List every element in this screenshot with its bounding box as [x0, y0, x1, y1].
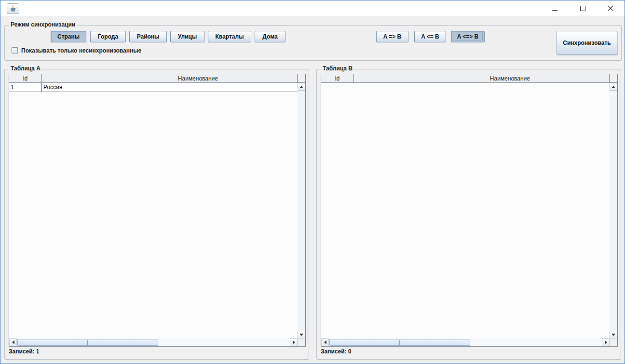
- table-b-body[interactable]: [321, 83, 610, 338]
- close-button[interactable]: [597, 0, 625, 16]
- arrow-right-icon: [605, 340, 607, 344]
- table-a-header: id Наименование: [9, 74, 305, 83]
- table-a-header-corner: [298, 74, 305, 83]
- direction-button-both[interactable]: A <=> B: [451, 31, 485, 42]
- scroll-right-button[interactable]: [602, 338, 610, 346]
- arrow-right-icon: [293, 340, 295, 344]
- cell-id: 1: [9, 83, 42, 92]
- scroll-down-button[interactable]: [610, 331, 617, 338]
- content-area: Режим синхронизации Страны Города Районы…: [0, 16, 625, 364]
- arrow-down-icon: [611, 334, 615, 336]
- minimize-icon: [552, 10, 557, 11]
- maximize-icon: [580, 6, 585, 11]
- title-bar: [0, 0, 625, 16]
- scroll-down-button[interactable]: [298, 331, 305, 338]
- entity-button-rayony[interactable]: Районы: [129, 31, 167, 42]
- window-controls: [541, 0, 625, 16]
- arrow-left-icon: [12, 340, 14, 344]
- show-unsynced-checkbox[interactable]: Показывать только несинхронизованные: [12, 47, 141, 54]
- table-b-horizontal-scrollbar[interactable]: [321, 338, 610, 346]
- table-a-header-id[interactable]: id: [9, 74, 42, 83]
- scroll-left-button[interactable]: [321, 338, 329, 346]
- scroll-right-button[interactable]: [290, 338, 298, 346]
- arrow-left-icon: [324, 340, 326, 344]
- thumb-grip-icon: [398, 340, 402, 345]
- arrow-down-icon: [299, 334, 303, 336]
- app-window: Режим синхронизации Страны Города Районы…: [0, 0, 625, 364]
- scroll-up-button[interactable]: [610, 83, 617, 91]
- table-a-body[interactable]: 1Россия: [9, 83, 298, 338]
- checkbox-label: Показывать только несинхронизованные: [21, 47, 141, 54]
- scrollbar-thumb[interactable]: [17, 339, 158, 346]
- direction-button-b-to-a[interactable]: A <= B: [414, 31, 446, 42]
- scrollbar-thumb[interactable]: [329, 339, 470, 346]
- table-b-header: id Наименование: [321, 74, 617, 83]
- scrollbar-track[interactable]: [17, 338, 290, 346]
- table-row[interactable]: 1Россия: [9, 83, 298, 92]
- scrollpane-corner: [610, 338, 617, 346]
- table-b-header-id[interactable]: id: [321, 74, 354, 83]
- table-b-header-name[interactable]: Наименование: [354, 74, 610, 83]
- table-b-scrollpane: id Наименование: [321, 74, 618, 347]
- arrow-up-icon: [611, 86, 615, 88]
- table-b-panel: Таблица B id Наименование: [316, 69, 621, 360]
- cell-name: Россия: [42, 83, 298, 92]
- close-icon: [608, 5, 613, 11]
- table-a-title: Таблица A: [9, 65, 42, 72]
- entity-button-strany[interactable]: Страны: [51, 31, 86, 42]
- entity-button-kvartaly[interactable]: Кварталы: [208, 31, 251, 42]
- scroll-up-button[interactable]: [298, 83, 305, 91]
- entity-button-ulitsy[interactable]: Улицы: [170, 31, 204, 42]
- scrollpane-corner: [298, 338, 305, 346]
- minimize-button[interactable]: [541, 0, 569, 16]
- arrow-up-icon: [299, 86, 303, 88]
- table-b-header-corner: [610, 74, 617, 83]
- table-a-header-name[interactable]: Наименование: [42, 74, 298, 83]
- synchronize-button[interactable]: Синхронизовать: [557, 31, 617, 55]
- maximize-button[interactable]: [569, 0, 597, 16]
- entity-button-doma[interactable]: Дома: [255, 31, 285, 42]
- entity-button-goroda[interactable]: Города: [90, 31, 126, 42]
- scrollbar-track[interactable]: [329, 338, 602, 346]
- java-cup-icon: [9, 5, 17, 13]
- table-a-panel: Таблица A id Наименование 1Россия: [4, 69, 309, 360]
- table-a-vertical-scrollbar[interactable]: [298, 83, 305, 338]
- table-b-vertical-scrollbar[interactable]: [610, 83, 617, 338]
- table-b-title: Таблица B: [321, 65, 354, 72]
- table-a-horizontal-scrollbar[interactable]: [9, 338, 298, 346]
- table-a-scrollpane: id Наименование 1Россия: [9, 74, 306, 347]
- sync-mode-panel: Режим синхронизации Страны Города Районы…: [4, 25, 622, 61]
- java-app-icon[interactable]: [7, 3, 19, 14]
- table-a-records-count: Записей: 1: [9, 348, 40, 355]
- direction-button-a-to-b[interactable]: A => B: [376, 31, 408, 42]
- scroll-left-button[interactable]: [9, 338, 17, 346]
- checkbox-box-icon: [12, 47, 18, 54]
- thumb-grip-icon: [86, 340, 90, 345]
- table-b-records-count: Записей: 0: [321, 348, 352, 355]
- sync-mode-panel-title: Режим синхронизации: [9, 21, 77, 28]
